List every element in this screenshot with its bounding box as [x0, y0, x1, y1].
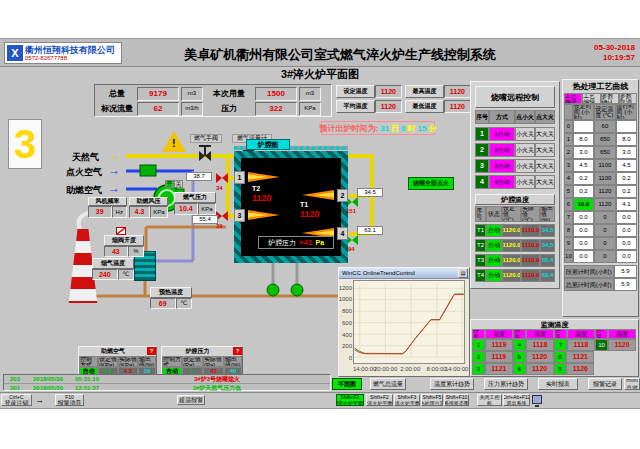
pid-air-h4: 输出值(%): [138, 356, 156, 367]
exit-system-button[interactable]: Ctrl+Alt+F12 退出系统: [503, 394, 530, 406]
trend-plot: [353, 280, 465, 364]
burner-mode-button[interactable]: 1自动: [489, 127, 515, 141]
step-temp[interactable]: 650: [594, 133, 615, 146]
system-status-button[interactable]: Shift+F10 系统状态图: [444, 394, 469, 406]
zone-row-state[interactable]: 自动: [486, 254, 502, 267]
step-run: 4.1: [616, 198, 637, 211]
bogie-screen-button[interactable]: Shift+F5 热处理台车: [421, 394, 443, 406]
step-temp[interactable]: 0: [594, 250, 615, 263]
step-time[interactable]: 0.0: [573, 211, 594, 224]
alarm-mute-button[interactable]: F10 报警消音: [55, 394, 84, 406]
burner-small-fire-button[interactable]: 小火关: [515, 159, 535, 173]
step-time[interactable]: 0.0: [573, 250, 594, 263]
process-row: 70.000.0: [564, 211, 637, 224]
burner-small-fire-button[interactable]: 小火关: [515, 175, 535, 189]
login-logout-button[interactable]: Ctrl+C 登录注销: [1, 394, 32, 406]
monitor-no: 9: [554, 363, 567, 375]
zone-row-state[interactable]: 自动: [486, 239, 502, 252]
burner-mode-button[interactable]: 3自动: [489, 159, 515, 173]
monitor-temp: 1120: [608, 339, 636, 351]
nav-overview-button[interactable]: 画面总览: [624, 378, 640, 390]
step-time[interactable]: 8.0: [573, 133, 594, 146]
burner-big-fire-button[interactable]: 大火关: [535, 175, 555, 189]
nav-temp-trend-button[interactable]: 温度累计趋势: [430, 378, 474, 390]
process-confirm-button[interactable]: 参数确认: [601, 93, 619, 104]
zone-row-pv: 1119.9: [521, 239, 540, 252]
step-temp[interactable]: 0: [594, 224, 615, 237]
burner-mode-button[interactable]: 2自动: [489, 143, 515, 157]
zone-row-sp: 1120.0: [502, 254, 521, 267]
monitor-h-temp: 温度: [485, 329, 513, 339]
step-temp[interactable]: 0: [594, 211, 615, 224]
step-time[interactable]: [573, 120, 594, 133]
grand-total-value: 5.9: [614, 278, 637, 291]
trend-close-button[interactable]: ▤: [458, 268, 468, 278]
step-temp[interactable]: 0: [594, 237, 615, 250]
temp-summary-min: 最低温度 1120: [405, 100, 471, 113]
process-edit-button[interactable]: 工艺编辑: [582, 93, 600, 104]
step-time[interactable]: 0.2: [573, 185, 594, 198]
burner-small-fire-button[interactable]: 小火关: [515, 143, 535, 157]
screen-2-furnace-button[interactable]: Shift+F2 2#淬火炉平面图: [366, 394, 393, 406]
function-key-bar: Ctrl+C 登录注销 → F10 报警消音 超温报警 Shift+F1 3#淬…: [0, 392, 640, 406]
burner2-valve-feedback: 34.5: [357, 188, 383, 197]
valve-open-button[interactable]: 开: [165, 180, 174, 188]
screen-3-furnace-button[interactable]: Shift+F1 3#淬火炉平面图: [336, 394, 364, 406]
alarm-id: 201: [4, 384, 26, 392]
smoke-temp-unit: ℃: [118, 269, 134, 280]
process-cancel-button[interactable]: 参数取消: [619, 93, 637, 104]
pid-pressure-help-button[interactable]: ?: [233, 347, 242, 355]
zone-row-state[interactable]: 自动: [486, 269, 502, 282]
step-temp[interactable]: 60: [594, 120, 615, 133]
zone-row-state[interactable]: 自动: [486, 224, 502, 237]
gas-hand-valve-icon: [199, 146, 211, 161]
overtemp-button[interactable]: 超温报警: [177, 395, 205, 405]
nav-report-button[interactable]: 实时报表: [538, 378, 578, 390]
alarm-row[interactable]: 203 2018/05/30 05:31:10 3#炉3号烧嘴熄火: [4, 375, 330, 384]
nav-alarm-log-button[interactable]: 报警记录: [588, 378, 622, 390]
gas-pressure-panel: 燃气压力 10.4 KPa: [174, 192, 216, 213]
nav-plan-view-button[interactable]: 平面图: [332, 378, 362, 390]
step-temp[interactable]: 650: [594, 146, 615, 159]
step-temp[interactable]: 1100: [594, 172, 615, 185]
pump-1-icon: [267, 284, 279, 296]
step-temp[interactable]: 1100: [594, 159, 615, 172]
ignition-air-label: 点火空气: [66, 166, 102, 179]
step-time[interactable]: 0.0: [573, 237, 594, 250]
burner-row-no: 2: [475, 143, 489, 157]
burner-mode-button[interactable]: 4自动: [489, 175, 515, 189]
shutdown-pc-button[interactable]: 关闭工控机: [477, 394, 502, 406]
step-temp[interactable]: 1120: [594, 185, 615, 198]
smoke-temp-label: 烟气温度: [92, 258, 134, 269]
step-time[interactable]: 3.0: [573, 146, 594, 159]
step-time[interactable]: 0.0: [573, 224, 594, 237]
zone-row-out: 34.5: [540, 239, 555, 252]
burner-control-title: 烧嘴远程控制: [475, 86, 555, 108]
burner-big-fire-button[interactable]: 大火关: [535, 143, 555, 157]
alarm-list[interactable]: 203 2018/05/30 05:31:10 3#炉3号烧嘴熄火 201 20…: [3, 374, 331, 391]
process-recipe-button[interactable]: 工艺编号: [564, 93, 582, 104]
step-time[interactable]: 10.0: [573, 198, 594, 211]
nav-pressure-trend-button[interactable]: 压力累计趋势: [484, 378, 528, 390]
alarm-row[interactable]: 201 2018/05/30 13:51:37 3#炉天然气压力低: [4, 384, 330, 392]
valve-close-button[interactable]: 关: [174, 180, 183, 188]
burner-small-fire-button[interactable]: 小火关: [515, 127, 535, 141]
pid-pressure-h1: 控制方式: [162, 356, 182, 367]
burner-big-fire-button[interactable]: 大火关: [535, 159, 555, 173]
process-title: 热处理工艺曲线: [563, 80, 638, 93]
pid-air-help-button[interactable]: ?: [147, 347, 156, 355]
damper-label: 烟阀开度: [104, 235, 144, 246]
gas-batch-unit: m3: [299, 87, 321, 101]
ignite-all-button[interactable]: 烧嘴全部点火: [408, 177, 454, 190]
step-time[interactable]: 4.5: [573, 159, 594, 172]
pump-2-icon: [291, 284, 303, 296]
hand-valve-label: 燃气手阀: [190, 134, 222, 143]
nav-gas-flow-button[interactable]: 燃气总流量: [370, 378, 406, 390]
step-no: 3: [564, 159, 573, 172]
screen-1-furnace-button[interactable]: Shift+F3 1#淬火炉平面图: [394, 394, 420, 406]
burner-big-fire-button[interactable]: 大火关: [535, 127, 555, 141]
trend-titlebar[interactable]: WinCC OnlineTrendControl ▤: [339, 268, 469, 279]
step-temp[interactable]: 1120: [594, 198, 615, 211]
combustion-air-label: 助燃空气: [66, 184, 102, 197]
step-time[interactable]: 0.2: [573, 172, 594, 185]
